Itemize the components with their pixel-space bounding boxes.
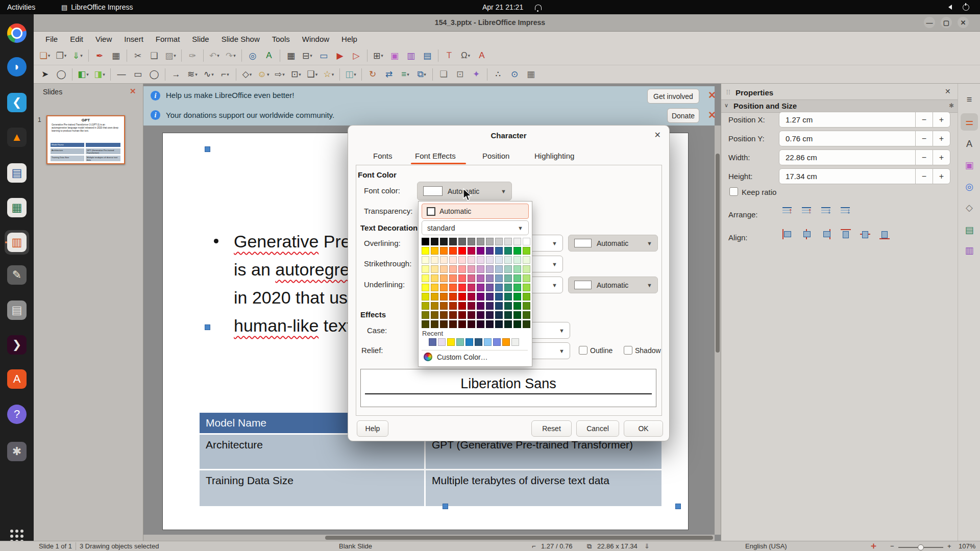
color-swatch[interactable] (458, 320, 466, 328)
color-swatch[interactable] (486, 274, 494, 282)
color-swatch[interactable] (449, 293, 457, 300)
dock-vscode[interactable]: ❮ (5, 90, 29, 115)
status-language[interactable]: English (USA) (745, 542, 787, 550)
curve-icon[interactable]: ∿▾ (201, 67, 217, 82)
align-right-button[interactable] (821, 229, 834, 240)
color-swatch[interactable] (422, 320, 429, 328)
color-swatch[interactable] (513, 284, 521, 291)
cancel-button[interactable]: Cancel (576, 420, 619, 437)
custom-color-item[interactable]: Custom Color… (424, 353, 488, 361)
color-swatch[interactable] (477, 238, 484, 245)
color-swatch[interactable] (486, 311, 494, 319)
color-swatch[interactable] (486, 293, 494, 300)
recent-color-swatch[interactable] (438, 338, 446, 346)
color-swatch[interactable] (431, 247, 438, 255)
color-swatch[interactable] (513, 238, 521, 245)
color-swatch[interactable] (477, 293, 484, 300)
line-arrow-icon[interactable]: → (168, 67, 184, 82)
color-swatch[interactable] (523, 265, 530, 273)
recent-color-swatch[interactable] (502, 338, 510, 346)
color-swatch[interactable] (504, 265, 512, 273)
align-bottom-button[interactable] (879, 229, 892, 240)
color-swatch[interactable] (513, 320, 521, 328)
color-swatch[interactable] (458, 293, 466, 300)
decrement-button[interactable]: − (915, 168, 933, 184)
print-icon[interactable]: ▦ (108, 48, 124, 63)
color-swatch[interactable] (477, 274, 484, 282)
color-swatch[interactable] (495, 238, 503, 245)
dock-chrome[interactable] (5, 21, 29, 45)
dock-help[interactable]: ? (5, 402, 29, 427)
dock-libreoffice-writer[interactable]: ▤ (5, 161, 29, 185)
zoom-pan-icon[interactable]: ◯ (53, 67, 69, 82)
color-swatch[interactable] (422, 293, 429, 300)
export-pdf-icon[interactable]: ✒ (91, 48, 108, 63)
dock-settings[interactable]: ✱ (5, 439, 29, 464)
menu-edit[interactable]: Edit (64, 33, 89, 45)
color-swatch[interactable] (477, 311, 484, 319)
color-swatch[interactable] (523, 302, 530, 310)
power-icon[interactable] (963, 0, 969, 14)
start-from-first-slide-icon[interactable]: ▶ (332, 48, 348, 63)
color-swatch[interactable] (458, 311, 466, 319)
color-swatch[interactable] (477, 284, 484, 291)
color-swatch[interactable] (468, 320, 475, 328)
start-from-current-slide-icon[interactable]: ▷ (348, 48, 364, 63)
color-swatch[interactable] (523, 320, 530, 328)
increment-button[interactable]: + (933, 131, 950, 146)
color-swatch[interactable] (523, 247, 530, 255)
align-top-button[interactable] (841, 229, 853, 240)
color-swatch[interactable] (468, 293, 475, 300)
align-center-h-button[interactable] (802, 229, 814, 240)
color-swatch[interactable] (422, 256, 429, 264)
color-swatch[interactable] (486, 238, 494, 245)
reset-button[interactable]: Reset (531, 420, 572, 437)
color-swatch[interactable] (504, 284, 512, 291)
deck-menu-icon[interactable]: ≡ (961, 91, 978, 108)
connector-icon[interactable]: ⌐▾ (217, 67, 233, 82)
deck-navigator-icon[interactable]: ◎ (961, 178, 978, 195)
color-swatch[interactable] (449, 274, 457, 282)
maximize-button[interactable]: ▢ (941, 17, 952, 28)
color-swatch[interactable] (523, 284, 530, 291)
color-swatch[interactable] (468, 302, 475, 310)
infobar-close-icon[interactable]: ✕ (708, 109, 716, 121)
color-swatch[interactable] (468, 256, 475, 264)
color-swatch[interactable] (504, 302, 512, 310)
selection-handle[interactable] (675, 504, 681, 509)
color-swatch[interactable] (523, 311, 530, 319)
zoom-fit-icon[interactable]: ✛ (871, 542, 876, 550)
tab-font-effects[interactable]: Font Effects (410, 147, 467, 164)
color-swatch[interactable] (449, 284, 457, 291)
color-swatch[interactable] (431, 256, 438, 264)
automatic-color-option[interactable]: Automatic (422, 204, 529, 219)
color-swatch[interactable] (422, 284, 429, 291)
recent-color-swatch[interactable] (465, 338, 473, 346)
zoom-in-icon[interactable]: + (947, 542, 951, 550)
color-swatch[interactable] (449, 265, 457, 273)
width-input[interactable]: 22.86 cm (779, 149, 916, 165)
basic-shapes-icon[interactable]: ◇▾ (239, 67, 255, 82)
paste-icon[interactable]: ▨▾ (162, 48, 179, 63)
bring-to-front-button[interactable]: ↑ (782, 206, 795, 217)
line-style-icon[interactable]: ≋▾ (184, 67, 201, 82)
arrange-icon[interactable]: ⧉▾ (413, 67, 430, 82)
color-swatch[interactable] (468, 284, 475, 291)
selection-handle[interactable] (205, 146, 210, 152)
symbol-shapes-icon[interactable]: ☺▾ (255, 67, 272, 82)
flowchart-icon[interactable]: ⊡▾ (288, 67, 304, 82)
color-swatch[interactable] (449, 256, 457, 264)
focused-app-menu[interactable]: ▤ LibreOffice Impress (61, 0, 133, 14)
palette-select-dropdown[interactable]: standard ▼ (422, 220, 529, 235)
line-color-icon[interactable]: ◨▾ (91, 67, 108, 82)
color-swatch[interactable] (440, 284, 448, 291)
underlining-color-dropdown[interactable]: Automatic ▼ (568, 277, 658, 293)
increment-button[interactable]: + (933, 168, 950, 184)
deck-master-slides-icon[interactable]: ▤ (961, 221, 978, 239)
color-swatch[interactable] (495, 265, 503, 273)
save-icon[interactable]: ⇓▾ (69, 48, 86, 63)
decrement-button[interactable]: − (915, 131, 933, 146)
stars-banners-icon[interactable]: ☆▾ (321, 67, 337, 82)
color-swatch[interactable] (440, 274, 448, 282)
undo-icon[interactable]: ↶▾ (206, 48, 223, 63)
